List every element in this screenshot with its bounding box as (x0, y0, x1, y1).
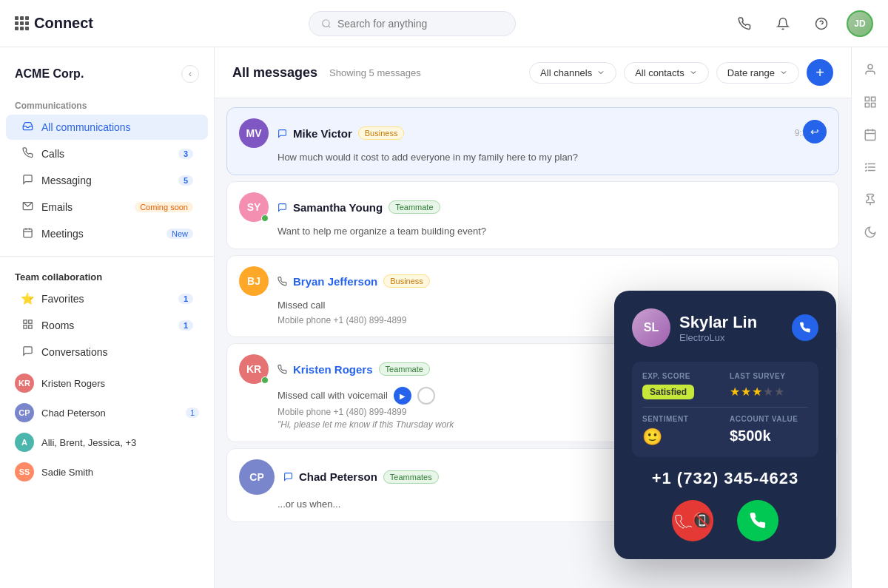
contact-name-samantha: Samantha Young (293, 201, 383, 214)
call-answer-btn[interactable] (737, 500, 778, 541)
contact-name-mike-victor: Mike Victor (293, 127, 352, 140)
sidebar-item-emails[interactable]: Emails Coming soon (6, 195, 208, 220)
sidebar-divider (0, 256, 214, 257)
avatar-chad-peterson: CP (239, 459, 275, 495)
messaging-badge: 5 (178, 175, 193, 186)
svg-line-1 (329, 25, 331, 27)
msg-info-mike-victor: Mike Victor Business 9:30 am (278, 126, 827, 140)
user-avatar[interactable]: JD (847, 10, 873, 37)
messaging-icon (21, 174, 34, 187)
online-indicator-samantha (261, 214, 269, 222)
filter-daterange-btn[interactable]: Date range (716, 62, 799, 84)
contact-chad-peterson[interactable]: CP Chad Peterson 1 (0, 398, 214, 428)
chevron-down-icon-2 (689, 68, 698, 77)
sidebar-item-label-conversations: Conversations (41, 346, 193, 358)
svg-rect-10 (28, 320, 31, 323)
search-input[interactable] (337, 18, 485, 30)
collapse-sidebar-btn[interactable]: ‹ (181, 65, 199, 83)
contact-name-kristen-msg: Kristen Rogers (293, 363, 373, 376)
contact-group[interactable]: A Alli, Brent, Jessica, +3 (0, 428, 214, 457)
right-checklist-btn[interactable] (857, 154, 884, 180)
call-stats-panel: EXP. SCORE Satisfied LAST SURVEY ★★★★★ S… (632, 362, 818, 457)
tag-mike-victor: Business (358, 126, 405, 140)
right-calendar-btn[interactable] (857, 121, 884, 148)
sidebar-item-meetings[interactable]: Meetings New (6, 221, 208, 246)
initials-mike-victor: MV (246, 127, 262, 139)
reply-btn-mike-victor[interactable]: ↩ (803, 120, 827, 143)
help-icon-btn[interactable] (808, 10, 835, 37)
avatar-samantha-young: SY (239, 192, 269, 222)
missed-call-voicemail-label: Missed call with voicemail (278, 389, 388, 402)
msg-info-bryan: Bryan Jefferson Business (278, 274, 827, 288)
msg-body-samantha: Want to help me organize a team building… (239, 225, 827, 238)
sidebar-item-conversations[interactable]: Conversations (6, 339, 208, 365)
header-filters: All channels All contacts Date range + (529, 59, 833, 86)
sidebar-item-label-meetings: Meetings (41, 228, 159, 240)
contact-sadie-smith[interactable]: SS Sadie Smith (0, 457, 214, 487)
tag-chad: Teammates (383, 470, 439, 484)
voicemail-indicator (417, 387, 435, 405)
messages-list: MV Mike Victor Business 9:30 am ↩ How mu… (215, 98, 851, 588)
right-moon-btn[interactable] (857, 219, 884, 246)
avatar-kristen-rogers: KR (239, 354, 269, 384)
svg-rect-9 (23, 320, 26, 323)
call-contact-row: SL Skylar Lin ElectroLux (632, 308, 818, 347)
meetings-icon (21, 227, 34, 240)
tag-bryan: Business (383, 274, 430, 288)
company-name: ACME Corp. (15, 67, 84, 81)
sidebar-item-favorites[interactable]: ⭐ Favorites 1 (6, 286, 208, 311)
app-name: Connect (34, 15, 93, 32)
right-pin-btn[interactable] (857, 186, 884, 213)
play-voicemail-btn[interactable]: ▶ (394, 387, 411, 405)
contact-kristen-rogers[interactable]: KR Kristen Rogers (0, 368, 214, 398)
account-value-label: ACCOUNT VALUE (730, 415, 808, 423)
phone-icon-btn[interactable] (731, 10, 758, 37)
filter-contacts-btn[interactable]: All contacts (624, 62, 708, 84)
call-contact-info: Skylar Lin ElectroLux (679, 313, 757, 343)
emails-coming-soon-badge: Coming soon (135, 202, 193, 212)
tag-samantha: Teammate (388, 200, 440, 214)
nav-icons: JD (731, 10, 873, 37)
sidebar-item-rooms[interactable]: Rooms 1 (6, 313, 208, 338)
search-icon (321, 18, 332, 29)
account-value-block: ACCOUNT VALUE $500k (730, 415, 808, 447)
contact-avatar-group: A (15, 433, 34, 452)
svg-rect-15 (871, 97, 875, 101)
messages-header: All messages Showing 5 messages All chan… (215, 47, 851, 98)
call-end-btn[interactable]: 📵 (672, 500, 713, 541)
sidebar-item-label-calls: Calls (41, 148, 171, 160)
message-card-samantha-young[interactable]: SY Samantha Young Teammate Want to help … (226, 181, 839, 249)
notification-icon-btn[interactable] (770, 10, 796, 37)
right-grid-btn[interactable] (857, 89, 884, 115)
sidebar-item-calls[interactable]: Calls 3 (6, 141, 208, 166)
chad-badge: 1 (186, 408, 199, 418)
message-channel-icon-chad (283, 472, 293, 481)
search-box[interactable] (309, 11, 516, 36)
call-contact-name: Skylar Lin (679, 313, 757, 332)
contact-avatar-kristen: KR (15, 374, 34, 393)
svg-rect-17 (871, 104, 875, 107)
add-message-btn[interactable]: + (807, 59, 833, 86)
rooms-badge: 1 (178, 320, 193, 331)
exp-score-value: Satisfied (642, 385, 694, 399)
svg-point-13 (868, 64, 872, 69)
sidebar-item-label-rooms: Rooms (41, 320, 171, 331)
svg-point-0 (323, 19, 329, 26)
filter-channels-btn[interactable]: All channels (529, 62, 616, 84)
message-channel-icon-samantha (278, 203, 287, 212)
sidebar: ACME Corp. ‹ Communications All communic… (0, 47, 215, 588)
svg-rect-18 (865, 130, 875, 141)
sidebar-item-label-all-communications: All communications (41, 121, 193, 133)
right-contacts-btn[interactable] (857, 56, 884, 83)
message-card-mike-victor[interactable]: MV Mike Victor Business 9:30 am ↩ How mu… (226, 107, 839, 175)
exp-score-label: EXP. SCORE (642, 372, 721, 380)
sidebar-item-all-communications[interactable]: All communications (6, 115, 208, 140)
filter-daterange-label: Date range (727, 67, 775, 78)
call-phone-small-btn[interactable] (792, 314, 818, 341)
sentiment-block: SENTIMENT 🙂 (642, 415, 721, 447)
sentiment-emoji: 🙂 (642, 428, 721, 447)
main-layout: ACME Corp. ‹ Communications All communic… (0, 47, 888, 588)
sidebar-item-label-emails: Emails (41, 201, 127, 213)
sidebar-item-messaging[interactable]: Messaging 5 (6, 168, 208, 193)
account-value: $500k (730, 428, 808, 445)
